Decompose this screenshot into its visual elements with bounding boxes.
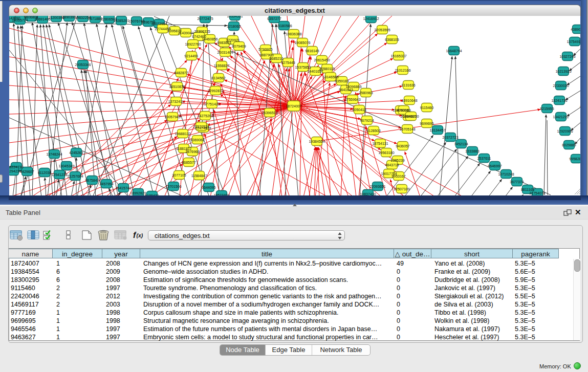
svg-text:10334531: 10334531 [227, 16, 243, 18]
svg-text:3333883: 3333883 [465, 149, 479, 153]
svg-text:16415740: 16415740 [115, 186, 131, 190]
svg-text:18096865: 18096865 [345, 85, 361, 89]
svg-text:8646997: 8646997 [488, 164, 502, 168]
svg-text:22306335: 22306335 [194, 30, 210, 33]
svg-text:2876966: 2876966 [185, 150, 199, 154]
svg-text:13146585: 13146585 [322, 75, 338, 79]
svg-text:2077105: 2077105 [172, 173, 186, 177]
svg-text:19563180: 19563180 [378, 151, 394, 155]
svg-text:15165337: 15165337 [390, 54, 406, 58]
svg-text:13910648: 13910648 [401, 99, 417, 102]
svg-text:8685577: 8685577 [182, 161, 195, 164]
svg-text:16213925: 16213925 [555, 70, 571, 73]
svg-text:9214491: 9214491 [184, 54, 198, 58]
svg-text:18724007: 18724007 [286, 104, 301, 108]
svg-text:16072954: 16072954 [151, 22, 167, 26]
svg-text:16510878: 16510878 [169, 85, 185, 89]
svg-text:6128503: 6128503 [366, 129, 380, 133]
svg-text:3131636: 3131636 [401, 83, 415, 87]
svg-text:13045349: 13045349 [58, 164, 74, 168]
svg-text:17751421: 17751421 [204, 102, 220, 106]
svg-text:14460856: 14460856 [202, 37, 217, 41]
svg-text:8224730: 8224730 [9, 165, 23, 169]
svg-text:6368105: 6368105 [385, 38, 399, 41]
svg-text:4743069: 4743069 [397, 108, 410, 112]
svg-text:17559643: 17559643 [344, 98, 360, 101]
svg-text:4112034: 4112034 [38, 171, 52, 174]
svg-text:8215955: 8215955 [540, 107, 554, 111]
svg-text:9958289: 9958289 [569, 157, 580, 161]
svg-text:16705148: 16705148 [399, 127, 415, 131]
svg-text:8029889: 8029889 [562, 143, 576, 147]
svg-text:7671884: 7671884 [88, 17, 102, 20]
svg-text:19384554: 19384554 [309, 140, 324, 143]
svg-text:11558837: 11558837 [214, 64, 230, 68]
svg-text:3677374: 3677374 [510, 180, 524, 184]
svg-text:20615450: 20615450 [314, 58, 330, 62]
svg-text:9887903: 9887903 [259, 53, 273, 57]
svg-text:18922760: 18922760 [185, 42, 201, 46]
svg-text:1218062: 1218062 [227, 25, 241, 28]
svg-text:8079409: 8079409 [232, 45, 246, 48]
svg-text:7452134: 7452134 [454, 142, 468, 146]
svg-text:6306893: 6306893 [580, 105, 580, 108]
svg-text:13421212: 13421212 [553, 115, 569, 119]
svg-text:8359183: 8359183 [335, 79, 349, 83]
svg-text:1890399: 1890399 [62, 16, 76, 19]
svg-text:6357277: 6357277 [267, 17, 281, 20]
svg-text:13134457: 13134457 [429, 128, 445, 132]
svg-text:12294238: 12294238 [9, 169, 21, 173]
svg-text:9953167: 9953167 [391, 174, 405, 178]
svg-text:9875847: 9875847 [85, 179, 99, 182]
svg-text:15180586: 15180586 [276, 24, 292, 28]
svg-text:12541238: 12541238 [51, 173, 67, 177]
svg-text:5793975: 5793975 [258, 48, 272, 51]
svg-text:9436057: 9436057 [396, 144, 409, 148]
svg-text:21012166: 21012166 [395, 69, 410, 72]
svg-text:10327246: 10327246 [559, 55, 575, 58]
svg-text:21754078: 21754078 [529, 191, 545, 195]
svg-text:4679214: 4679214 [360, 119, 374, 122]
svg-text:19836388: 19836388 [286, 32, 301, 36]
svg-text:14275203: 14275203 [197, 114, 213, 118]
svg-text:22093651: 22093651 [369, 185, 385, 188]
svg-text:21257684: 21257684 [67, 174, 83, 178]
svg-text:4050413: 4050413 [352, 108, 366, 112]
svg-text:13748244: 13748244 [46, 152, 62, 156]
svg-text:16648794: 16648794 [446, 49, 462, 53]
svg-text:9275445: 9275445 [281, 61, 295, 64]
svg-text:22570529: 22570529 [193, 125, 209, 128]
svg-text:3644095: 3644095 [202, 186, 215, 189]
svg-text:5641643: 5641643 [339, 88, 353, 92]
svg-text:(x): (x) [137, 232, 143, 238]
svg-text:4429607: 4429607 [20, 170, 34, 173]
svg-text:4843718: 4843718 [385, 163, 399, 167]
svg-text:2457954: 2457954 [99, 182, 113, 186]
svg-text:13701506: 13701506 [165, 185, 181, 188]
svg-text:12416912: 12416912 [363, 17, 379, 20]
svg-text:12920906: 12920906 [557, 129, 573, 133]
svg-text:22330030: 22330030 [553, 84, 569, 87]
svg-text:11584847: 11584847 [191, 174, 207, 178]
svg-text:2580963: 2580963 [359, 91, 373, 95]
svg-text:20031404: 20031404 [217, 51, 233, 54]
svg-text:9699695: 9699695 [420, 122, 433, 125]
svg-text:18754131: 18754131 [372, 142, 388, 145]
svg-text:22992872: 22992872 [207, 89, 223, 93]
svg-text:10848230: 10848230 [403, 115, 419, 118]
svg-text:13754919: 13754919 [567, 40, 580, 43]
svg-text:21439044: 21439044 [178, 31, 193, 35]
svg-text:18992829: 18992829 [130, 191, 146, 195]
svg-text:6482877: 6482877 [174, 71, 188, 75]
svg-text:19285201: 19285201 [113, 19, 129, 23]
svg-text:19688132: 19688132 [175, 132, 190, 136]
svg-text:10710248: 10710248 [498, 172, 514, 176]
svg-text:15375853: 15375853 [295, 65, 311, 69]
svg-text:13732411: 13732411 [168, 100, 184, 103]
svg-text:8811165: 8811165 [521, 188, 534, 191]
svg-text:4245263: 4245263 [69, 151, 83, 155]
svg-text:5685216: 5685216 [269, 57, 283, 60]
svg-text:22507109: 22507109 [394, 187, 409, 191]
svg-text:8369062: 8369062 [190, 138, 204, 142]
svg-text:8134562: 8134562 [211, 76, 225, 80]
